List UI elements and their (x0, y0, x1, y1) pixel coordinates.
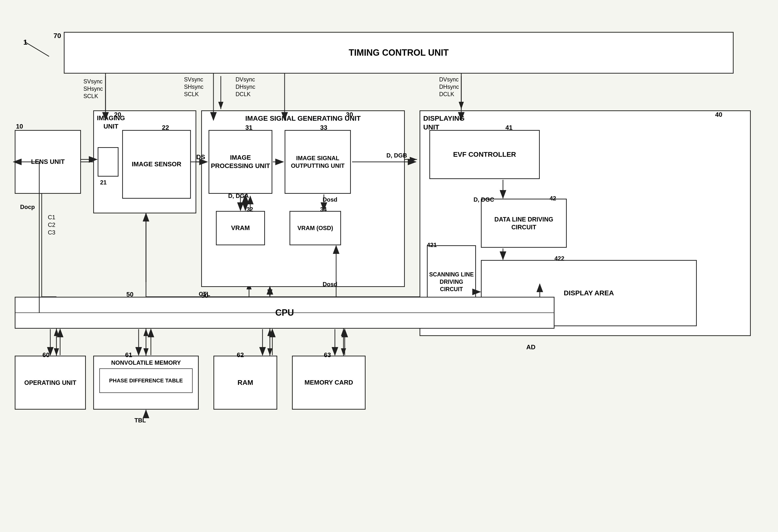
image-signal-out-num: 33 (320, 124, 327, 131)
signal-c1-c2-c3: C1C2C3 (48, 213, 56, 237)
imaging-unit-num: 20 (114, 111, 121, 118)
nonvolatile-memory-block: NONVOLATILE MEMORY PHASE DIFFERENCE TABL… (93, 356, 199, 410)
signal-dvsync-2: DVsyncDHsyncDCLK (439, 76, 459, 98)
ram-num: 62 (237, 351, 244, 359)
timing-control-unit-block: TIMING CONTROL UNIT (64, 32, 733, 74)
scanning-line-num: 421 (427, 242, 437, 249)
signal-docp: Docp (20, 203, 35, 210)
phase-diff-table-block: PHASE DIFFERENCE TABLE (99, 368, 192, 393)
vram-osd-block: VRAM (OSD) (290, 211, 341, 245)
signal-ctl: CTL (199, 291, 210, 297)
signal-svsync-1: SVsyncSHsyncSCLK (83, 78, 103, 100)
lens-unit-block: LENS UNIT (15, 130, 81, 194)
data-line-num: 42 (550, 195, 556, 202)
timing-control-num: 70 (54, 32, 61, 40)
signal-ds: DS (196, 153, 205, 161)
image-processing-num: 31 (245, 124, 252, 131)
image-signal-gen-num: 30 (346, 111, 353, 118)
signal-tbl: TBL (135, 417, 146, 424)
image-sensor-num: 22 (162, 124, 169, 131)
signal-dosd-2: Dosd (323, 281, 337, 288)
diagram: 1 TIMING CONTROL UNIT 70 LENS UNIT 10 IM… (0, 0, 778, 532)
sensor-num: 21 (100, 179, 107, 186)
evf-controller-block: EVF CONTROLLER (430, 130, 540, 179)
data-line-driving-block: DATA LINE DRIVING CIRCUIT (481, 199, 567, 248)
display-area-num: 422 (554, 255, 564, 262)
vram-block: VRAM (216, 211, 265, 245)
signal-dosd-1: Dosd (323, 196, 337, 203)
ram-block: RAM (214, 356, 277, 410)
signal-dvsync-1: DVsyncDHsyncDCLK (236, 76, 255, 98)
lens-unit-num: 10 (16, 123, 23, 130)
signal-d-dga: D, DGA (228, 192, 249, 199)
evf-controller-num: 41 (505, 124, 513, 131)
nonvolatile-label: NONVOLATILE MEMORY (111, 359, 181, 366)
signal-d-dgb: D, DGB (386, 152, 407, 159)
signal-svsync-2: SVsyncSHsyncSCLK (184, 76, 204, 98)
vram-num: 32 (247, 206, 253, 213)
nonvolatile-num: 61 (125, 351, 132, 359)
signal-d-dgc: D, DGC (473, 196, 494, 203)
svg-line-3 (24, 42, 49, 57)
vram-osd-num: 34 (320, 206, 327, 213)
memory-card-block: MEMORY CARD (292, 356, 366, 410)
ref-num-1: 1 (23, 38, 27, 47)
cpu-50-num: 50 (126, 291, 134, 298)
operating-unit-num: 60 (43, 351, 50, 359)
memory-card-num: 63 (324, 351, 331, 359)
displaying-unit-num: 40 (715, 111, 722, 118)
image-signal-out-block: IMAGE SIGNAL OUTPUTTING UNIT (285, 130, 351, 194)
operating-unit-block: OPERATING UNIT (15, 356, 86, 410)
signal-ad: AD (526, 343, 536, 351)
image-processing-block: IMAGE PROCESSING UNIT (209, 130, 273, 194)
image-sensor-block: IMAGE SENSOR (122, 130, 191, 199)
sensor-element (98, 147, 119, 177)
cpu-block: CPU (15, 297, 554, 329)
